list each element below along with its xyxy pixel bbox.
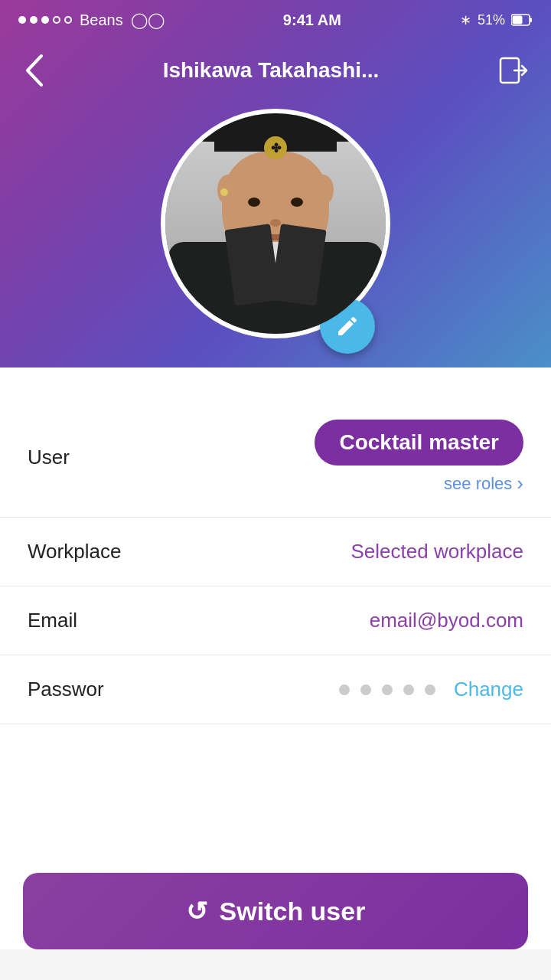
signal-dot-5 — [64, 16, 72, 24]
wifi-icon: ◯◯ — [131, 11, 165, 29]
workplace-label: Workplace — [28, 540, 150, 564]
battery-icon — [511, 14, 533, 26]
password-value-container: Change — [339, 678, 523, 701]
person-figure: ✤ — [165, 113, 386, 334]
workplace-value: Selected workplace — [150, 540, 523, 564]
page-title: Ishikawa Takahashi... — [163, 58, 380, 83]
svg-rect-1 — [512, 16, 522, 24]
switch-user-button[interactable]: ↺ Switch user — [23, 873, 528, 949]
svg-rect-2 — [530, 18, 532, 22]
role-badge: Cocktail master — [315, 420, 523, 466]
pwd-dot-1 — [339, 684, 350, 695]
user-role-row: User Cocktail master see roles — [0, 398, 551, 518]
pwd-dot-2 — [360, 684, 371, 695]
nav-bar: Ishikawa Takahashi... — [0, 40, 551, 101]
email-value: email@byod.com — [150, 609, 523, 632]
switch-icon: ↺ — [186, 896, 207, 926]
status-time: 9:41 AM — [283, 11, 341, 29]
signal-dot-3 — [41, 16, 49, 24]
avatar-container: ✤ — [161, 109, 390, 338]
password-row: Passwor Change — [0, 655, 551, 724]
header-section: Beans ◯◯ 9:41 AM ∗ 51% — [0, 0, 551, 368]
switch-user-label: Switch user — [220, 897, 366, 926]
back-button[interactable] — [23, 53, 44, 88]
signal-dot-1 — [18, 16, 26, 24]
signal-strength — [18, 16, 72, 24]
avatar: ✤ — [161, 109, 390, 338]
battery-percent: 51% — [478, 12, 505, 28]
email-row: Email email@byod.com — [0, 586, 551, 655]
carrier-name: Beans — [80, 11, 123, 29]
profile-content: User Cocktail master see roles Workplace… — [0, 368, 551, 949]
logout-button[interactable] — [497, 55, 528, 86]
status-left: Beans ◯◯ — [18, 11, 165, 29]
bluetooth-icon: ∗ — [460, 11, 471, 28]
see-roles-link[interactable]: see roles — [444, 472, 523, 495]
status-bar: Beans ◯◯ 9:41 AM ∗ 51% — [0, 0, 551, 40]
pwd-dot-4 — [403, 684, 414, 695]
signal-dot-4 — [53, 16, 60, 24]
password-label: Passwor — [28, 678, 150, 701]
status-right: ∗ 51% — [460, 11, 533, 28]
signal-dot-2 — [30, 16, 37, 24]
pwd-dot-5 — [425, 684, 435, 695]
change-password-link[interactable]: Change — [454, 678, 523, 701]
pwd-dot-3 — [382, 684, 393, 695]
user-field-container: Cocktail master see roles — [315, 420, 523, 495]
workplace-row: Workplace Selected workplace — [0, 518, 551, 586]
user-label: User — [28, 446, 150, 469]
email-label: Email — [28, 609, 150, 632]
